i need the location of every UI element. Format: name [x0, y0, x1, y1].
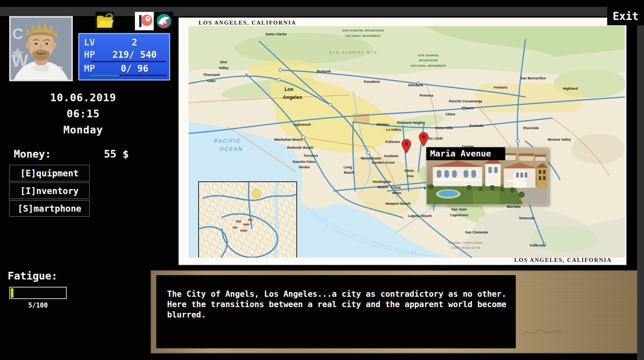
los-angeles-map[interactable]: Santa ClaritaSAN GABRIEL MOUNTAINSNATION… — [189, 26, 625, 258]
wood-scribble — [519, 320, 565, 343]
load-game-button[interactable] — [95, 12, 114, 30]
map-pin[interactable] — [401, 138, 412, 154]
exit-button[interactable]: Exit — [607, 7, 644, 25]
patreon-link[interactable] — [135, 12, 154, 30]
money-value: 55 $ — [104, 148, 129, 160]
dialogue-window[interactable]: The City of Angels, Los Angeles...a city… — [151, 270, 637, 353]
main-menu: [E]quipment[I]nventory[S]martphone — [9, 165, 90, 218]
player-portrait-image: C W S — [11, 18, 71, 80]
window-right-band — [637, 7, 644, 360]
dialogue-line: blurred. — [167, 310, 506, 320]
player-portrait: C W S — [9, 16, 73, 81]
dialogue-textbox: The City of Angels, Los Angeles...a city… — [156, 275, 516, 348]
dialogue-line: Here the transitions between a real city… — [167, 299, 506, 310]
dialogue-line: The City of Angels, Los Angeles...a city… — [167, 289, 506, 299]
menu-button-smartphone[interactable]: [S]martphone — [9, 200, 90, 217]
map-title-bottom: LOS ANGELES, CALIFORNIA — [514, 257, 612, 263]
stats-panel: LV 2 HP 219/ 540 MP 0/ 96 — [78, 33, 170, 81]
weekday-text: Monday — [9, 122, 157, 138]
map-title-top: LOS ANGELES, CALIFORNIA — [199, 20, 296, 26]
fatigue-fill — [11, 288, 13, 298]
mp-row: MP 0/ 96 — [84, 63, 167, 74]
location-tooltip[interactable]: Maria Avenue — [426, 147, 548, 205]
folder-icon — [96, 12, 113, 29]
level-label: LV — [84, 37, 102, 48]
menu-button-equipment[interactable]: [E]quipment — [9, 165, 90, 181]
mp-bar — [91, 75, 166, 76]
patreon-icon — [135, 12, 154, 30]
fatigue-value: 5/100 — [9, 301, 67, 309]
map-pins — [189, 26, 625, 258]
svg-text:C: C — [12, 25, 23, 42]
hp-label: HP — [84, 49, 102, 60]
calendar-block: 10.06.2019 06:15 Monday — [9, 90, 157, 138]
subscribestar-icon — [154, 12, 173, 30]
hp-row: HP 219/ 540 — [84, 49, 167, 61]
level-row: LV 2 — [84, 37, 167, 48]
mp-label: MP — [84, 63, 102, 74]
game-screen: Exit C W S — [0, 0, 644, 360]
mp-value: 0/ 96 — [102, 63, 167, 74]
level-value: 2 — [102, 37, 167, 48]
money-row: Money: 55 $ — [14, 148, 129, 160]
subscribestar-link[interactable] — [154, 12, 173, 30]
fatigue-bar — [9, 287, 67, 299]
time-text: 06:15 — [9, 106, 157, 122]
map-window[interactable]: LOS ANGELES, CALIFORNIA LOS ANGELES, CAL… — [177, 16, 628, 266]
date-text: 10.06.2019 — [9, 90, 157, 106]
hp-value: 219/ 540 — [102, 49, 167, 60]
menu-button-inventory[interactable]: [I]nventory — [9, 182, 90, 199]
hp-bar — [91, 61, 166, 62]
map-pin-icon — [401, 138, 412, 154]
tooltip-label: Maria Avenue — [426, 147, 505, 160]
dialogue-text: The City of Angels, Los Angeles...a city… — [167, 289, 506, 320]
money-label: Money: — [14, 148, 51, 160]
fatigue-label: Fatigue: — [8, 270, 58, 282]
map-pin-icon — [418, 132, 429, 147]
map-pin[interactable] — [418, 132, 429, 147]
